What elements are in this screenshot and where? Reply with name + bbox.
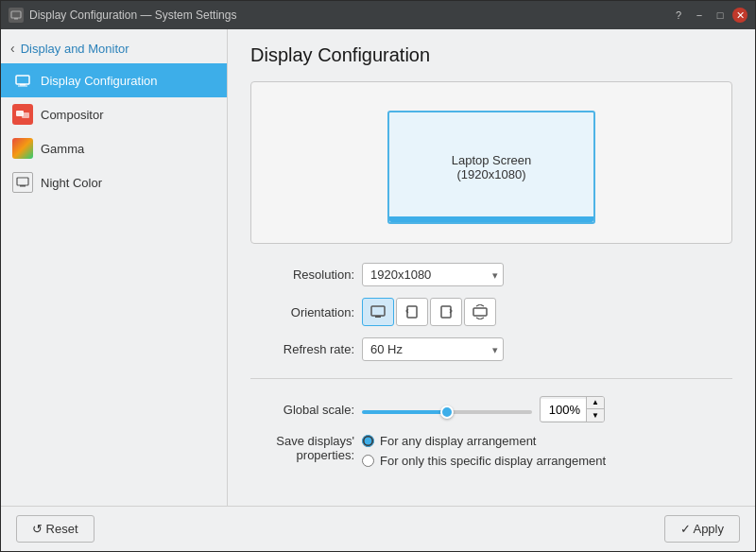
radio-row-specific: For only this specific display arrangeme… <box>362 454 606 468</box>
save-properties-label: Save displays' properties: <box>250 434 354 462</box>
svg-rect-0 <box>11 11 21 18</box>
back-arrow-icon: ‹ <box>10 41 15 56</box>
radio-row-any: For any display arrangement <box>362 434 606 448</box>
svg-rect-3 <box>20 84 26 86</box>
resolution-row: Resolution: 1920x1080 1680x1050 1440x900… <box>250 263 732 286</box>
svg-rect-12 <box>441 306 451 318</box>
window-title: Display Configuration — System Settings <box>29 9 236 22</box>
sidebar-compositor-label: Compositor <box>41 108 103 122</box>
sidebar-item-display-config[interactable]: Display Configuration <box>1 63 227 97</box>
svg-rect-4 <box>18 85 27 86</box>
radio-for-any[interactable] <box>362 435 374 447</box>
svg-rect-8 <box>20 185 26 187</box>
radio-for-specific[interactable] <box>362 455 374 467</box>
refresh-select-wrapper: 60 Hz 59 Hz <box>362 337 504 361</box>
svg-rect-7 <box>17 178 28 185</box>
scale-spin-buttons: ▲ ▼ <box>586 397 604 422</box>
titlebar-left: Display Configuration — System Settings <box>9 8 236 23</box>
resolution-select-wrapper: 1920x1080 1680x1050 1440x900 1280x720 <box>362 263 504 286</box>
radio-group: For any display arrangement For only thi… <box>362 434 606 468</box>
svg-rect-6 <box>22 112 29 118</box>
svg-rect-2 <box>16 76 29 84</box>
scale-spin: ▲ ▼ <box>540 396 605 423</box>
gamma-icon <box>12 138 33 159</box>
sidebar-display-config-label: Display Configuration <box>41 74 158 88</box>
scale-spin-down[interactable]: ▼ <box>587 409 604 422</box>
refresh-rate-select[interactable]: 60 Hz 59 Hz <box>362 337 504 361</box>
monitor-label-line2: (1920x1080) <box>457 167 526 181</box>
radio-specific-label: For only this specific display arrangeme… <box>380 454 606 468</box>
display-config-icon <box>12 70 33 91</box>
settings-grid: Resolution: 1920x1080 1680x1050 1440x900… <box>250 263 732 491</box>
svg-rect-1 <box>14 18 18 20</box>
refresh-rate-row: Refresh rate: 60 Hz 59 Hz <box>250 337 732 361</box>
back-button[interactable]: ‹ Display and Monitor <box>1 33 227 63</box>
orientation-row: Orientation: <box>250 298 732 326</box>
reset-button[interactable]: ↺ Reset <box>16 515 94 543</box>
sidebar-gamma-label: Gamma <box>41 142 84 156</box>
sidebar-item-gamma[interactable]: Gamma <box>1 131 227 165</box>
orient-normal-button[interactable] <box>362 298 394 326</box>
monitor-label-line1: Laptop Screen <box>452 153 532 167</box>
global-scale-row: Global scale: ▲ ▼ <box>250 396 732 423</box>
global-scale-label: Global scale: <box>250 403 354 417</box>
orient-cw-button[interactable] <box>430 298 462 326</box>
maximize-button[interactable]: □ <box>712 7 729 24</box>
minimize-button[interactable]: − <box>691 7 708 24</box>
content-area: ‹ Display and Monitor Display Configurat… <box>1 29 755 506</box>
sidebar-night-color-label: Night Color <box>41 176 102 190</box>
monitor-preview-area: Laptop Screen (1920x1080) <box>250 81 732 244</box>
titlebar-controls: ? − □ ✕ <box>670 7 747 24</box>
sidebar-item-night-color[interactable]: Night Color <box>1 165 227 199</box>
app-icon <box>9 8 24 23</box>
monitor-active-bar <box>389 216 593 222</box>
global-scale-slider[interactable] <box>362 410 532 414</box>
monitor-box[interactable]: Laptop Screen (1920x1080) <box>387 111 595 224</box>
save-properties-row: Save displays' properties: For any displ… <box>250 434 732 468</box>
svg-rect-11 <box>407 306 417 318</box>
page-title: Display Configuration <box>250 44 732 66</box>
scale-spin-up[interactable]: ▲ <box>587 397 604 409</box>
close-button[interactable]: ✕ <box>732 8 747 23</box>
orientation-buttons <box>362 298 496 326</box>
orient-ccw-button[interactable] <box>396 298 428 326</box>
orient-flip-button[interactable] <box>464 298 496 326</box>
titlebar: Display Configuration — System Settings … <box>1 1 755 29</box>
resolution-label: Resolution: <box>250 267 354 282</box>
compositor-icon <box>12 104 33 125</box>
svg-rect-10 <box>375 316 381 318</box>
orientation-label: Orientation: <box>250 305 354 319</box>
help-button[interactable]: ? <box>670 7 687 24</box>
main-panel: Display Configuration Laptop Screen (192… <box>228 29 755 506</box>
sidebar: ‹ Display and Monitor Display Configurat… <box>1 29 228 506</box>
bottom-bar: ↺ Reset ✓ Apply <box>1 506 755 551</box>
radio-any-label: For any display arrangement <box>380 434 536 448</box>
scale-spin-input[interactable] <box>541 399 586 421</box>
night-color-icon <box>12 172 33 193</box>
resolution-select[interactable]: 1920x1080 1680x1050 1440x900 1280x720 <box>362 263 504 286</box>
sidebar-item-compositor[interactable]: Compositor <box>1 97 227 131</box>
svg-rect-9 <box>371 306 385 316</box>
svg-rect-13 <box>473 308 487 316</box>
divider <box>250 378 732 379</box>
scale-slider-wrapper <box>362 403 532 417</box>
main-window: Display Configuration — System Settings … <box>0 0 756 552</box>
refresh-rate-label: Refresh rate: <box>250 342 354 356</box>
apply-button[interactable]: ✓ Apply <box>664 515 740 543</box>
back-label: Display and Monitor <box>21 42 129 56</box>
